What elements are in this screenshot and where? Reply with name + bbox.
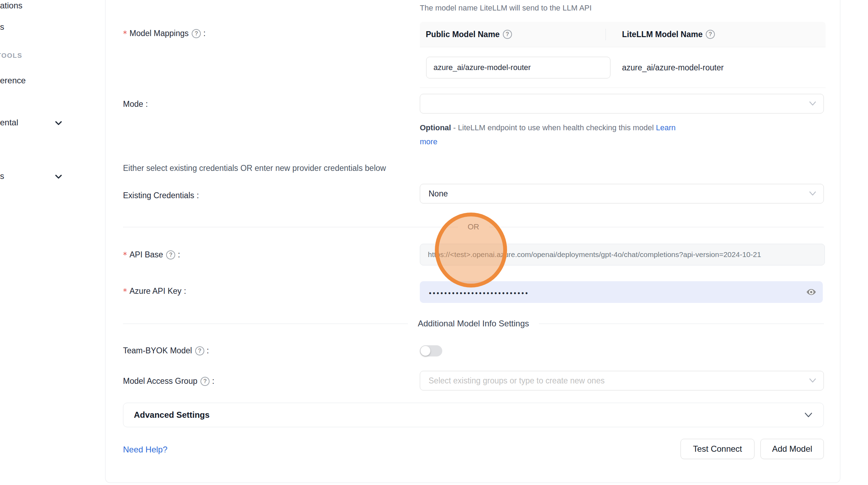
eye-icon[interactable] (806, 287, 816, 297)
label-colon: : (197, 191, 199, 200)
learn-more-link[interactable]: Learn (656, 123, 676, 132)
col-litellm-label: LiteLLM Model Name (622, 30, 703, 39)
help-tooltip-icon[interactable]: ? (503, 30, 512, 39)
model-mappings-table: Public Model Name ? LiteLLM Model Name ?… (420, 22, 826, 88)
existing-credentials-label: Existing Credentials : (123, 191, 199, 200)
sidebar: ations s TOOLS erence ental s (0, 0, 105, 485)
model-mappings-label-text: Model Mappings (130, 29, 189, 38)
azure-api-key-label: * Azure API Key : (123, 286, 186, 296)
api-base-label-text: API Base (130, 250, 163, 259)
existing-credentials-label-text: Existing Credentials (123, 191, 194, 200)
mode-help-text-line2: more (420, 137, 437, 146)
mode-help-text: Optional - LiteLLM endpoint to use when … (420, 123, 676, 132)
col-public-model-name: Public Model Name ? (420, 30, 606, 39)
additional-settings-divider-text: Additional Model Info Settings (408, 319, 539, 328)
required-asterisk: * (123, 250, 127, 259)
table-header: Public Model Name ? LiteLLM Model Name ? (420, 22, 826, 47)
model-access-group-placeholder: Select existing groups or type to create… (429, 376, 604, 386)
col-litellm-model-name: LiteLLM Model Name ? (606, 30, 715, 39)
additional-settings-divider: Additional Model Info Settings (123, 319, 824, 328)
mode-help-bold: Optional (420, 123, 451, 132)
mode-label: Mode : (123, 99, 148, 109)
add-model-page: ations s TOOLS erence ental s The model … (0, 0, 868, 485)
model-access-group-label-text: Model Access Group (123, 376, 197, 386)
model-access-group-select[interactable]: Select existing groups or type to create… (420, 371, 824, 390)
label-colon: : (178, 250, 180, 259)
label-colon: : (184, 286, 186, 296)
chevron-down-icon[interactable] (54, 172, 63, 181)
litellm-model-name-value: azure_ai/azure-model-router (622, 47, 724, 88)
model-mappings-label: * Model Mappings ? : (123, 29, 206, 38)
sidebar-item-truncated-4[interactable]: ental (0, 118, 18, 127)
chevron-down-icon (809, 191, 816, 196)
or-divider: OR (123, 222, 824, 231)
learn-more-link[interactable]: more (420, 137, 437, 146)
team-byok-toggle[interactable] (420, 345, 442, 356)
mode-select[interactable] (420, 94, 824, 113)
existing-credentials-value: None (429, 189, 448, 199)
chevron-down-icon (804, 412, 813, 418)
model-name-hint: The model name LiteLLM will send to the … (420, 4, 592, 13)
chevron-down-icon (809, 101, 816, 106)
label-colon: : (212, 376, 214, 386)
help-tooltip-icon[interactable]: ? (706, 30, 715, 39)
model-access-group-label: Model Access Group ? : (123, 376, 214, 386)
team-byok-label: Team-BYOK Model ? : (123, 346, 209, 355)
public-model-name-input[interactable]: azure_ai/azure-model-router (426, 57, 610, 78)
help-tooltip-icon[interactable]: ? (192, 29, 201, 38)
chevron-down-icon[interactable] (54, 118, 63, 127)
advanced-settings-panel[interactable]: Advanced Settings (123, 403, 824, 427)
table-row: azure_ai/azure-model-router azure_ai/azu… (420, 47, 826, 88)
required-asterisk: * (123, 29, 127, 38)
azure-api-key-input[interactable]: •••••••••••••••••••••••••• (420, 281, 823, 303)
azure-api-key-label-text: Azure API Key (130, 286, 182, 296)
label-colon: : (203, 29, 205, 38)
column-separator (606, 29, 606, 40)
divider-line (123, 227, 458, 227)
toggle-knob (421, 346, 430, 356)
help-tooltip-icon[interactable]: ? (195, 346, 204, 355)
mode-label-text: Mode (123, 99, 143, 109)
need-help-link[interactable]: Need Help? (123, 445, 168, 455)
api-base-label: * API Base ? : (123, 250, 180, 259)
label-colon: : (146, 99, 148, 109)
help-tooltip-icon[interactable]: ? (166, 250, 175, 259)
credentials-hint: Either select existing credentials OR en… (123, 164, 386, 173)
sidebar-item-truncated-2[interactable]: s (0, 22, 4, 32)
col-public-label: Public Model Name (426, 30, 500, 39)
advanced-settings-title: Advanced Settings (134, 410, 804, 420)
masked-key-value: •••••••••••••••••••••••••• (429, 287, 529, 297)
divider-line (539, 324, 824, 324)
chevron-down-icon (809, 378, 816, 383)
sidebar-item-truncated-3[interactable]: erence (0, 76, 26, 85)
required-asterisk: * (123, 287, 127, 296)
or-divider-text: OR (458, 222, 489, 231)
existing-credentials-select[interactable]: None (420, 184, 824, 203)
test-connect-button[interactable]: Test Connect (681, 439, 754, 459)
label-colon: : (207, 346, 209, 355)
sidebar-item-truncated-1[interactable]: ations (0, 1, 22, 11)
sidebar-item-truncated-5[interactable]: s (0, 171, 4, 181)
sidebar-section-tools: TOOLS (0, 52, 22, 60)
team-byok-label-text: Team-BYOK Model (123, 346, 192, 355)
divider-line (489, 227, 824, 227)
api-base-input[interactable]: https://<test>.openai.azure.com/openai/d… (420, 244, 825, 265)
mode-help-body: - LiteLLM endpoint to use when health ch… (451, 123, 656, 132)
divider-line (123, 324, 408, 324)
help-tooltip-icon[interactable]: ? (200, 377, 210, 386)
add-model-button[interactable]: Add Model (760, 439, 824, 459)
